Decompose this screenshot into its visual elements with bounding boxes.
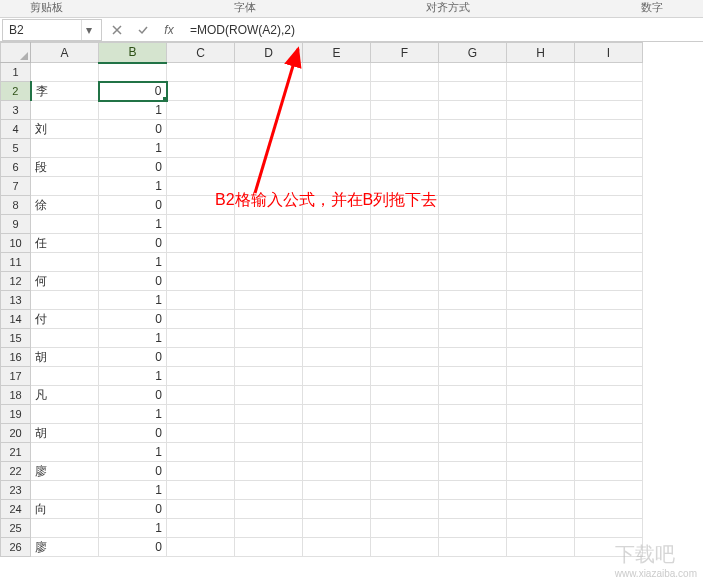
cell[interactable] (575, 139, 643, 158)
cell[interactable] (31, 481, 99, 500)
cell[interactable]: 0 (99, 158, 167, 177)
cell[interactable] (439, 120, 507, 139)
cell[interactable] (31, 519, 99, 538)
cell[interactable] (167, 234, 235, 253)
cell[interactable] (575, 310, 643, 329)
cell[interactable]: 李 (31, 82, 99, 101)
cell[interactable]: 凡 (31, 386, 99, 405)
cell[interactable] (303, 272, 371, 291)
row-header[interactable]: 17 (1, 367, 31, 386)
cell[interactable] (235, 158, 303, 177)
cell[interactable] (371, 215, 439, 234)
cell[interactable]: 0 (99, 348, 167, 367)
cell[interactable] (167, 253, 235, 272)
cell[interactable] (507, 272, 575, 291)
cell[interactable] (303, 253, 371, 272)
cell[interactable] (507, 367, 575, 386)
row-header[interactable]: 8 (1, 196, 31, 215)
insert-function-button[interactable]: fx (156, 19, 182, 41)
cell[interactable]: 0 (99, 538, 167, 557)
cell[interactable] (167, 367, 235, 386)
cell[interactable] (303, 329, 371, 348)
cell[interactable] (167, 329, 235, 348)
cell[interactable] (575, 348, 643, 367)
cell[interactable] (167, 424, 235, 443)
row-header[interactable]: 15 (1, 329, 31, 348)
row-header[interactable]: 12 (1, 272, 31, 291)
cell[interactable] (31, 291, 99, 310)
cell[interactable]: 徐 (31, 196, 99, 215)
row-header[interactable]: 1 (1, 63, 31, 82)
cell[interactable] (439, 310, 507, 329)
row-header[interactable]: 26 (1, 538, 31, 557)
cell[interactable] (439, 424, 507, 443)
cell[interactable] (439, 348, 507, 367)
cell[interactable] (303, 481, 371, 500)
cell[interactable] (167, 63, 235, 82)
cell[interactable] (371, 139, 439, 158)
row-header[interactable]: 20 (1, 424, 31, 443)
cell[interactable]: 0 (99, 500, 167, 519)
name-box-dropdown-icon[interactable]: ▾ (81, 20, 95, 40)
cancel-button[interactable] (104, 19, 130, 41)
row-header[interactable]: 6 (1, 158, 31, 177)
cell[interactable] (31, 329, 99, 348)
cell[interactable] (31, 215, 99, 234)
cell[interactable] (507, 386, 575, 405)
cell[interactable] (439, 158, 507, 177)
cell[interactable] (439, 538, 507, 557)
cell[interactable]: 1 (99, 291, 167, 310)
cell[interactable] (31, 63, 99, 82)
cell[interactable] (507, 196, 575, 215)
cell[interactable] (235, 424, 303, 443)
cell[interactable] (439, 234, 507, 253)
cell[interactable] (303, 120, 371, 139)
cell[interactable] (235, 405, 303, 424)
cell[interactable]: 段 (31, 158, 99, 177)
cell[interactable]: 1 (99, 215, 167, 234)
cell[interactable] (507, 291, 575, 310)
cell[interactable] (167, 310, 235, 329)
cell[interactable]: 1 (99, 443, 167, 462)
cell[interactable] (371, 386, 439, 405)
enter-button[interactable] (130, 19, 156, 41)
cell[interactable] (303, 443, 371, 462)
cell[interactable] (167, 481, 235, 500)
cell[interactable] (31, 443, 99, 462)
cell[interactable] (507, 177, 575, 196)
cell[interactable] (439, 215, 507, 234)
cell[interactable] (167, 272, 235, 291)
column-header-F[interactable]: F (371, 43, 439, 63)
cell[interactable]: 廖 (31, 462, 99, 481)
cell[interactable] (439, 462, 507, 481)
spreadsheet-grid[interactable]: ABCDEFGHI 12李0314刘0516段0718徐09110任011112… (0, 42, 643, 557)
cell[interactable] (167, 443, 235, 462)
name-box[interactable]: B2 ▾ (2, 19, 102, 41)
cell[interactable] (575, 443, 643, 462)
cell[interactable] (575, 386, 643, 405)
cell[interactable] (303, 158, 371, 177)
cell[interactable] (575, 158, 643, 177)
cell[interactable] (507, 462, 575, 481)
row-header[interactable]: 7 (1, 177, 31, 196)
row-header[interactable]: 9 (1, 215, 31, 234)
cell[interactable] (371, 519, 439, 538)
cell[interactable] (303, 424, 371, 443)
row-header[interactable]: 23 (1, 481, 31, 500)
cell[interactable] (439, 82, 507, 101)
cell[interactable]: 1 (99, 329, 167, 348)
cell[interactable] (371, 253, 439, 272)
cell[interactable] (507, 101, 575, 120)
cell[interactable] (303, 348, 371, 367)
row-header[interactable]: 10 (1, 234, 31, 253)
cell[interactable]: 1 (99, 177, 167, 196)
cell[interactable] (167, 519, 235, 538)
cell[interactable] (371, 443, 439, 462)
cell[interactable] (235, 348, 303, 367)
cell[interactable] (575, 82, 643, 101)
cell[interactable] (235, 310, 303, 329)
cell[interactable] (507, 139, 575, 158)
row-header[interactable]: 18 (1, 386, 31, 405)
row-header[interactable]: 25 (1, 519, 31, 538)
cell[interactable] (507, 234, 575, 253)
